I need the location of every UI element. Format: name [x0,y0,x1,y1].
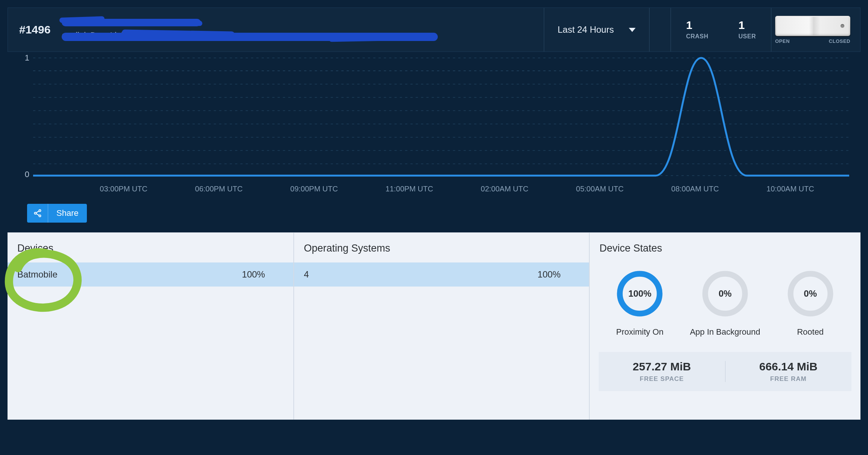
x-tick-5: 05:00AM UTC [552,185,647,193]
free-space-label: FREE SPACE [640,375,684,383]
svg-point-18 [34,212,36,214]
gauge-background-label: App In Background [690,327,760,337]
toggle-open-label: OPEN [775,38,790,44]
x-tick-2: 09:00PM UTC [267,185,362,193]
gauge-proximity: 100% Proximity On [600,270,679,337]
crash-stat: 1 CRASH [671,20,723,40]
gauge-background-value: 0% [701,270,749,317]
states-title: Device States [590,243,860,262]
issue-title-block: line 02 eeplink.DeepLinkUtils.getDeepLin… [62,8,543,52]
x-tick-0: 03:00PM UTC [76,185,171,193]
free-ram-stat: 666.14 MiB FREE RAM [725,360,852,383]
svg-point-19 [39,215,41,217]
panels-row: Devices Batmobile 100% Operating Systems… [8,232,860,420]
table-row[interactable]: Batmobile 100% [8,262,293,287]
free-ram-value: 666.14 MiB [759,360,818,373]
free-space-stat: 257.27 MiB FREE SPACE [599,360,725,383]
toggle-closed-label: CLOSED [829,38,850,44]
chart-x-ticks: 03:00PM UTC 06:00PM UTC 09:00PM UTC 11:0… [33,185,849,193]
x-tick-7: 10:00AM UTC [743,185,838,193]
issue-state-toggle[interactable] [775,16,850,36]
free-space-value: 257.27 MiB [633,360,691,373]
crash-label: CRASH [686,33,708,40]
share-icon [27,204,48,223]
free-ram-label: FREE RAM [770,375,807,383]
date-picker-button[interactable] [649,8,671,52]
gauge-rooted-label: Rooted [797,327,824,337]
issue-title-line1-redacted: line 02 [62,16,201,27]
user-label: USER [739,33,756,40]
os-name: 4 [304,269,519,280]
header-stats: 1 CRASH 1 USER [671,8,771,52]
table-row[interactable]: 4 100% [294,262,589,287]
devices-panel: Devices Batmobile 100% [8,233,293,420]
user-stat: 1 USER [724,20,771,40]
device-states-panel: Device States 100% Proximity On [590,233,860,420]
time-range-dropdown[interactable]: Last 24 Hours [544,8,649,52]
x-tick-3: 11:00PM UTC [362,185,457,193]
y-tick-0: 0 [25,170,29,179]
os-panel: Operating Systems 4 100% [294,233,589,420]
share-button[interactable]: Share [27,204,87,223]
y-tick-1: 1 [25,53,29,63]
issue-header: #1496 line 02 eeplink.DeepLinkUtils.getD… [8,8,860,52]
chart-svg [33,56,849,178]
devices-title: Devices [8,243,293,262]
issue-title-line2-redacted: eeplink.DeepLinkUtils.getDeepLinkAction [62,30,438,43]
x-tick-4: 02:00AM UTC [457,185,552,193]
crash-chart: 1 0 03:00PM UTC 06:00PM UTC [8,52,860,193]
user-count: 1 [739,20,756,31]
svg-point-17 [39,209,41,211]
os-pct: 100% [519,269,579,280]
gauge-proximity-label: Proximity On [616,327,663,337]
device-name: Batmobile [17,269,223,280]
issue-id: #1496 [8,8,62,52]
x-tick-1: 06:00PM UTC [171,185,266,193]
time-range-label: Last 24 Hours [558,24,614,35]
crash-count: 1 [686,20,708,31]
gauge-background: 0% App In Background [686,270,765,337]
gauge-rooted-value: 0% [787,270,834,317]
gauge-proximity-value: 100% [616,270,663,317]
share-label: Share [48,208,87,218]
chevron-down-icon [629,28,636,32]
issue-id-text: #1496 [19,23,50,36]
memory-stats: 257.27 MiB FREE SPACE 666.14 MiB FREE RA… [599,352,851,391]
issue-state-toggle-block: OPEN CLOSED [771,8,860,52]
os-title: Operating Systems [294,243,589,262]
gauge-rooted: 0% Rooted [771,270,850,337]
x-tick-6: 08:00AM UTC [648,185,743,193]
device-pct: 100% [223,269,284,280]
